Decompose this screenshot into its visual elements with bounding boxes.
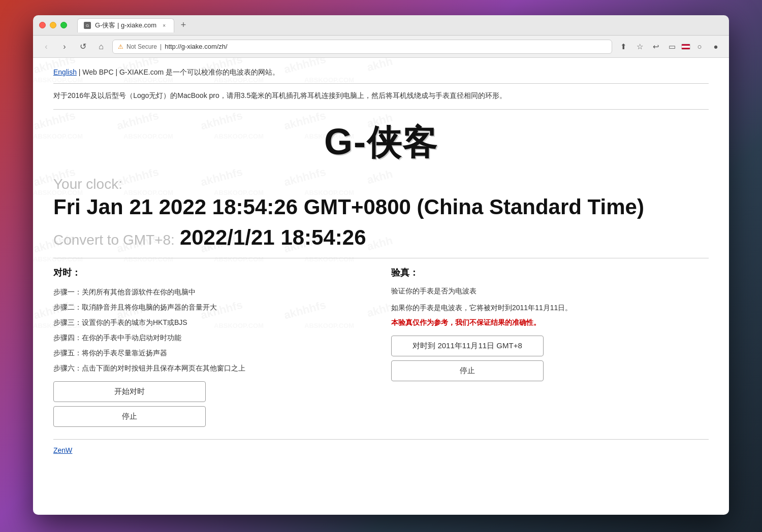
footer: ZenW [53,439,709,455]
english-link[interactable]: English [53,68,77,76]
tab-area: G G-侠客 | g-xiake.com × + [77,18,723,32]
site-logo: G-侠客 [53,120,709,166]
address-bar[interactable]: ⚠ Not Secure | http://g-xiake.com/zh/ [112,40,612,54]
new-tab-button[interactable]: + [176,18,190,32]
nav-bar: ‹ › ↺ ⌂ ⚠ Not Secure | http://g-xiake.co… [33,36,729,58]
step-5: 步骤五：将你的手表尽量靠近扬声器 [53,346,371,360]
logo-area: G-侠客 [53,120,709,166]
verify-line1: 验证你的手表是否为电波表 [391,285,709,297]
home-button[interactable]: ⌂ [94,40,108,54]
step-2: 步骤二：取消静音并且将你电脑的扬声器的音量开大 [53,300,371,314]
tab-close-button[interactable]: × [161,22,168,29]
logo-prefix: G- [324,121,367,162]
sync-col-title: 对时： [53,267,371,279]
verify-col-title: 验真： [391,267,709,279]
verify-warning: 本验真仅作为参考，我们不保证结果的准确性。 [391,318,709,327]
sync-buttons: 开始对时 停止 [53,381,206,427]
verify-line2: 如果你的手表是电波表，它将被对时到2011年11月11日。 [391,302,709,314]
top-info-bar: English | Web BPC | G-XIAKE.com 是一个可以校准你… [53,68,709,84]
clock-section: Your clock: Fri Jan 21 2022 18:54:26 GMT… [53,176,709,258]
content-layer: English | Web BPC | G-XIAKE.com 是一个可以校准你… [53,68,709,455]
back-button[interactable]: ‹ [39,40,53,54]
security-warning-icon: ⚠ [118,43,123,50]
nav-right-icons: ⬆ ☆ ↩ ▭ ○ ● [616,40,723,54]
tab-favicon: G [84,22,91,29]
convert-value: 2022/1/21 18:54:26 [180,225,366,250]
separator: | [160,43,162,50]
logo-chinese: 侠客 [367,123,438,161]
flag-icon [681,44,690,50]
profile-icon[interactable]: ● [709,40,723,54]
extensions-icon[interactable]: ○ [692,40,707,54]
start-sync-button[interactable]: 开始对时 [53,381,206,402]
your-clock-label: Your clock: [53,176,709,192]
page-content: akhhhfs akhhhfs akhhhfs akhhhfs akhh ABS… [33,58,729,515]
active-tab[interactable]: G G-侠客 | g-xiake.com × [77,18,174,32]
history-icon[interactable]: ↩ [649,40,663,54]
step-6: 步骤六：点击下面的对时按钮并且保存本网页在其他窗口之上 [53,361,371,375]
stop-verify-button[interactable]: 停止 [391,360,544,381]
zenw-link[interactable]: ZenW [53,446,72,454]
mac-window: G G-侠客 | g-xiake.com × + ‹ › ↺ ⌂ ⚠ Not S… [33,15,729,515]
sidebar-icon[interactable]: ▭ [665,40,679,54]
steps-list: 步骤一：关闭所有其他音源软件在你的电脑中 步骤二：取消静音并且将你电脑的扬声器的… [53,285,371,375]
bookmark-icon[interactable]: ☆ [632,40,647,54]
verify-col: 验真： 验证你的手表是否为电波表 如果你的手表是电波表，它将被对时到2011年1… [391,267,709,427]
description-text: 对于2016年及以后型号（Logo无灯）的MacBook pro，请用3.5毫米… [53,90,709,110]
verify-button[interactable]: 对时到 2011年11月11日 GMT+8 [391,336,544,356]
sync-col: 对时： 步骤一：关闭所有其他音源软件在你的电脑中 步骤二：取消静音并且将你电脑的… [53,267,371,427]
refresh-button[interactable]: ↺ [76,40,90,54]
clock-value: Fri Jan 21 2022 18:54:26 GMT+0800 (China… [53,194,709,220]
step-4: 步骤四：在你的手表中手动启动对时功能 [53,330,371,345]
tab-title: G-侠客 | g-xiake.com [95,21,156,30]
verify-buttons: 对时到 2011年11月11日 GMT+8 停止 [391,336,544,381]
minimize-button[interactable] [50,22,56,28]
close-button[interactable] [39,22,46,28]
title-bar: G G-侠客 | g-xiake.com × + [33,15,729,36]
url-text: http://g-xiake.com/zh/ [165,43,228,50]
step-1: 步骤一：关闭所有其他音源软件在你的电脑中 [53,285,371,299]
fullscreen-button[interactable] [60,22,67,28]
forward-button[interactable]: › [57,40,72,54]
not-secure-label: Not Secure [126,43,157,50]
two-column-section: 对时： 步骤一：关闭所有其他音源软件在你的电脑中 步骤二：取消静音并且将你电脑的… [53,267,709,427]
stop-sync-button[interactable]: 停止 [53,406,206,427]
step-3: 步骤三：设置你的手表的城市为HKT或BJS [53,315,371,329]
convert-label: Convert to GMT+8: [53,232,175,248]
top-info-text: | Web BPC | G-XIAKE.com 是一个可以校准你的电波表的网站。 [79,68,279,76]
convert-row: Convert to GMT+8: 2022/1/21 18:54:26 [53,225,709,250]
share-icon[interactable]: ⬆ [616,40,630,54]
